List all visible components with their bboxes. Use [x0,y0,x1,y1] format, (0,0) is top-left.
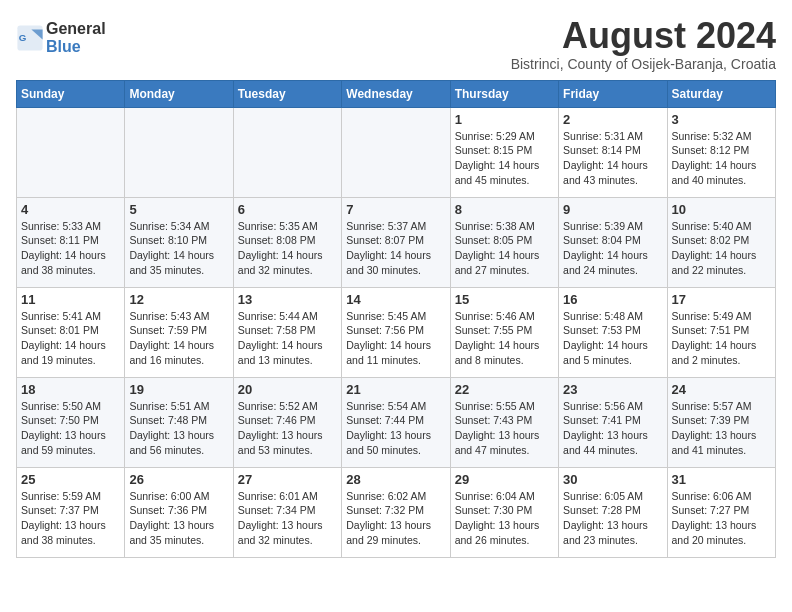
calendar-cell [125,107,233,197]
calendar-cell: 19Sunrise: 5:51 AMSunset: 7:48 PMDayligh… [125,377,233,467]
day-detail: Sunrise: 5:51 AMSunset: 7:48 PMDaylight:… [129,399,228,458]
day-detail: Sunrise: 6:02 AMSunset: 7:32 PMDaylight:… [346,489,445,548]
day-detail: Sunrise: 5:45 AMSunset: 7:56 PMDaylight:… [346,309,445,368]
calendar-cell: 21Sunrise: 5:54 AMSunset: 7:44 PMDayligh… [342,377,450,467]
calendar-cell: 16Sunrise: 5:48 AMSunset: 7:53 PMDayligh… [559,287,667,377]
day-number: 19 [129,382,228,397]
calendar-cell: 17Sunrise: 5:49 AMSunset: 7:51 PMDayligh… [667,287,775,377]
calendar-cell [17,107,125,197]
calendar-cell: 6Sunrise: 5:35 AMSunset: 8:08 PMDaylight… [233,197,341,287]
day-number: 4 [21,202,120,217]
day-number: 1 [455,112,554,127]
calendar-week-row: 18Sunrise: 5:50 AMSunset: 7:50 PMDayligh… [17,377,776,467]
day-detail: Sunrise: 5:46 AMSunset: 7:55 PMDaylight:… [455,309,554,368]
calendar-cell: 2Sunrise: 5:31 AMSunset: 8:14 PMDaylight… [559,107,667,197]
day-detail: Sunrise: 5:40 AMSunset: 8:02 PMDaylight:… [672,219,771,278]
day-number: 26 [129,472,228,487]
weekday-row: SundayMondayTuesdayWednesdayThursdayFrid… [17,80,776,107]
day-detail: Sunrise: 5:50 AMSunset: 7:50 PMDaylight:… [21,399,120,458]
day-detail: Sunrise: 5:29 AMSunset: 8:15 PMDaylight:… [455,129,554,188]
calendar-cell: 22Sunrise: 5:55 AMSunset: 7:43 PMDayligh… [450,377,558,467]
calendar-cell: 18Sunrise: 5:50 AMSunset: 7:50 PMDayligh… [17,377,125,467]
calendar-cell: 25Sunrise: 5:59 AMSunset: 7:37 PMDayligh… [17,467,125,557]
calendar-cell: 10Sunrise: 5:40 AMSunset: 8:02 PMDayligh… [667,197,775,287]
calendar-cell: 1Sunrise: 5:29 AMSunset: 8:15 PMDaylight… [450,107,558,197]
calendar-cell: 27Sunrise: 6:01 AMSunset: 7:34 PMDayligh… [233,467,341,557]
calendar-cell: 26Sunrise: 6:00 AMSunset: 7:36 PMDayligh… [125,467,233,557]
day-detail: Sunrise: 6:00 AMSunset: 7:36 PMDaylight:… [129,489,228,548]
day-detail: Sunrise: 5:54 AMSunset: 7:44 PMDaylight:… [346,399,445,458]
weekday-header: Tuesday [233,80,341,107]
day-detail: Sunrise: 5:39 AMSunset: 8:04 PMDaylight:… [563,219,662,278]
calendar-cell: 9Sunrise: 5:39 AMSunset: 8:04 PMDaylight… [559,197,667,287]
day-detail: Sunrise: 5:49 AMSunset: 7:51 PMDaylight:… [672,309,771,368]
day-number: 8 [455,202,554,217]
day-number: 2 [563,112,662,127]
day-detail: Sunrise: 5:41 AMSunset: 8:01 PMDaylight:… [21,309,120,368]
weekday-header: Friday [559,80,667,107]
calendar-cell: 15Sunrise: 5:46 AMSunset: 7:55 PMDayligh… [450,287,558,377]
location-subtitle: Bistrinci, County of Osijek-Baranja, Cro… [511,56,776,72]
day-number: 27 [238,472,337,487]
day-number: 21 [346,382,445,397]
calendar-cell: 5Sunrise: 5:34 AMSunset: 8:10 PMDaylight… [125,197,233,287]
day-number: 18 [21,382,120,397]
day-number: 20 [238,382,337,397]
logo-blue: Blue [46,38,81,55]
day-detail: Sunrise: 5:56 AMSunset: 7:41 PMDaylight:… [563,399,662,458]
logo: G General Blue [16,20,106,55]
day-number: 14 [346,292,445,307]
day-number: 16 [563,292,662,307]
calendar-cell: 8Sunrise: 5:38 AMSunset: 8:05 PMDaylight… [450,197,558,287]
calendar-cell: 13Sunrise: 5:44 AMSunset: 7:58 PMDayligh… [233,287,341,377]
day-number: 7 [346,202,445,217]
day-detail: Sunrise: 6:01 AMSunset: 7:34 PMDaylight:… [238,489,337,548]
day-detail: Sunrise: 5:48 AMSunset: 7:53 PMDaylight:… [563,309,662,368]
svg-text:G: G [19,31,27,42]
calendar-cell: 12Sunrise: 5:43 AMSunset: 7:59 PMDayligh… [125,287,233,377]
day-detail: Sunrise: 5:37 AMSunset: 8:07 PMDaylight:… [346,219,445,278]
day-number: 6 [238,202,337,217]
calendar-cell: 23Sunrise: 5:56 AMSunset: 7:41 PMDayligh… [559,377,667,467]
calendar-cell: 14Sunrise: 5:45 AMSunset: 7:56 PMDayligh… [342,287,450,377]
calendar-cell: 30Sunrise: 6:05 AMSunset: 7:28 PMDayligh… [559,467,667,557]
day-detail: Sunrise: 5:35 AMSunset: 8:08 PMDaylight:… [238,219,337,278]
logo-general: General [46,20,106,37]
day-detail: Sunrise: 5:38 AMSunset: 8:05 PMDaylight:… [455,219,554,278]
weekday-header: Thursday [450,80,558,107]
calendar-cell: 4Sunrise: 5:33 AMSunset: 8:11 PMDaylight… [17,197,125,287]
calendar-body: 1Sunrise: 5:29 AMSunset: 8:15 PMDaylight… [17,107,776,557]
day-number: 9 [563,202,662,217]
day-number: 30 [563,472,662,487]
calendar-cell [233,107,341,197]
day-number: 3 [672,112,771,127]
day-detail: Sunrise: 5:43 AMSunset: 7:59 PMDaylight:… [129,309,228,368]
calendar-table: SundayMondayTuesdayWednesdayThursdayFrid… [16,80,776,558]
calendar-cell: 7Sunrise: 5:37 AMSunset: 8:07 PMDaylight… [342,197,450,287]
day-number: 24 [672,382,771,397]
day-number: 28 [346,472,445,487]
page-header: G General Blue August 2024 Bistrinci, Co… [16,16,776,72]
calendar-cell [342,107,450,197]
day-detail: Sunrise: 6:06 AMSunset: 7:27 PMDaylight:… [672,489,771,548]
day-number: 12 [129,292,228,307]
day-detail: Sunrise: 6:04 AMSunset: 7:30 PMDaylight:… [455,489,554,548]
logo-icon: G [16,24,44,52]
day-number: 11 [21,292,120,307]
calendar-cell: 24Sunrise: 5:57 AMSunset: 7:39 PMDayligh… [667,377,775,467]
day-detail: Sunrise: 5:34 AMSunset: 8:10 PMDaylight:… [129,219,228,278]
day-number: 17 [672,292,771,307]
day-detail: Sunrise: 5:44 AMSunset: 7:58 PMDaylight:… [238,309,337,368]
day-number: 31 [672,472,771,487]
day-number: 15 [455,292,554,307]
day-detail: Sunrise: 5:33 AMSunset: 8:11 PMDaylight:… [21,219,120,278]
day-number: 29 [455,472,554,487]
weekday-header: Wednesday [342,80,450,107]
calendar-week-row: 11Sunrise: 5:41 AMSunset: 8:01 PMDayligh… [17,287,776,377]
day-number: 10 [672,202,771,217]
day-detail: Sunrise: 5:55 AMSunset: 7:43 PMDaylight:… [455,399,554,458]
calendar-cell: 11Sunrise: 5:41 AMSunset: 8:01 PMDayligh… [17,287,125,377]
calendar-week-row: 25Sunrise: 5:59 AMSunset: 7:37 PMDayligh… [17,467,776,557]
calendar-week-row: 4Sunrise: 5:33 AMSunset: 8:11 PMDaylight… [17,197,776,287]
weekday-header: Saturday [667,80,775,107]
